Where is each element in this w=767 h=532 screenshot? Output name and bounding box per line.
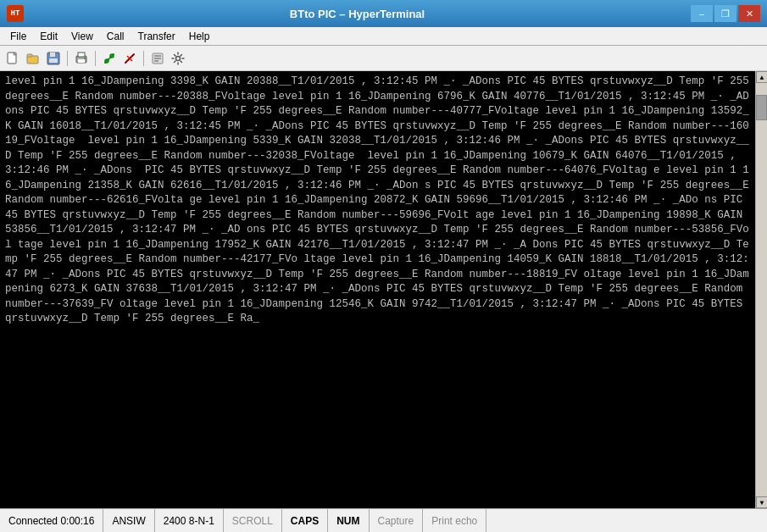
- open-button[interactable]: [24, 49, 42, 68]
- print-button[interactable]: [72, 49, 91, 68]
- scroll-up-arrow[interactable]: ▲: [756, 71, 767, 83]
- minimize-button[interactable]: –: [691, 5, 713, 22]
- settings-button[interactable]: [169, 49, 187, 68]
- status-scroll: SCROLL: [224, 509, 282, 532]
- status-capture: Capture: [370, 509, 424, 532]
- title-bar-buttons: – ❐ ✕: [691, 5, 760, 22]
- status-num: NUM: [328, 509, 369, 532]
- restore-button[interactable]: ❐: [714, 5, 736, 22]
- toolbar-separator-2: [95, 51, 96, 66]
- svg-rect-5: [49, 58, 58, 63]
- menu-edit[interactable]: Edit: [33, 29, 64, 44]
- status-baud-rate: 2400 8-N-1: [155, 509, 224, 532]
- status-connection: Connected 0:00:16: [0, 509, 103, 532]
- new-doc-button[interactable]: [3, 49, 22, 68]
- title-bar-text: BTto PIC – HyperTerminal: [29, 8, 686, 20]
- scrollbar-vertical[interactable]: ▲ ▼: [755, 71, 767, 508]
- toolbar-separator-3: [143, 51, 144, 66]
- menu-help[interactable]: Help: [182, 29, 217, 44]
- status-caps: CAPS: [282, 509, 328, 532]
- terminal-wrapper: level pin 1 16_JDampening 3398_K GAIN 20…: [0, 71, 767, 508]
- status-bar: Connected 0:00:16 ANSIW 2400 8-N-1 SCROL…: [0, 508, 767, 532]
- svg-rect-7: [78, 53, 85, 57]
- save-button[interactable]: [44, 49, 63, 68]
- disconnect-button[interactable]: [120, 49, 139, 68]
- close-button[interactable]: ✕: [738, 5, 760, 22]
- svg-point-9: [84, 58, 86, 59]
- scroll-thumb[interactable]: [756, 95, 767, 120]
- svg-point-18: [176, 56, 181, 60]
- app-icon: HT: [7, 5, 24, 22]
- properties-button[interactable]: [148, 49, 167, 68]
- toolbar-separator-1: [67, 51, 68, 66]
- menu-file[interactable]: File: [3, 29, 33, 44]
- scroll-down-arrow[interactable]: ▼: [756, 496, 767, 508]
- connect-button[interactable]: [100, 49, 119, 68]
- menu-transfer[interactable]: Transfer: [131, 29, 182, 44]
- svg-rect-2: [27, 54, 32, 57]
- status-encoding: ANSIW: [103, 509, 154, 532]
- menu-call[interactable]: Call: [100, 29, 131, 44]
- svg-rect-4: [50, 53, 55, 57]
- menu-view[interactable]: View: [64, 29, 100, 44]
- terminal-output[interactable]: level pin 1 16_JDampening 3398_K GAIN 20…: [0, 71, 755, 508]
- toolbar: [0, 46, 767, 71]
- status-print-echo: Print echo: [423, 509, 486, 532]
- menu-bar: File Edit View Call Transfer Help: [0, 27, 767, 46]
- svg-rect-8: [78, 59, 85, 63]
- title-bar: HT BTto PIC – HyperTerminal – ❐ ✕: [0, 0, 767, 27]
